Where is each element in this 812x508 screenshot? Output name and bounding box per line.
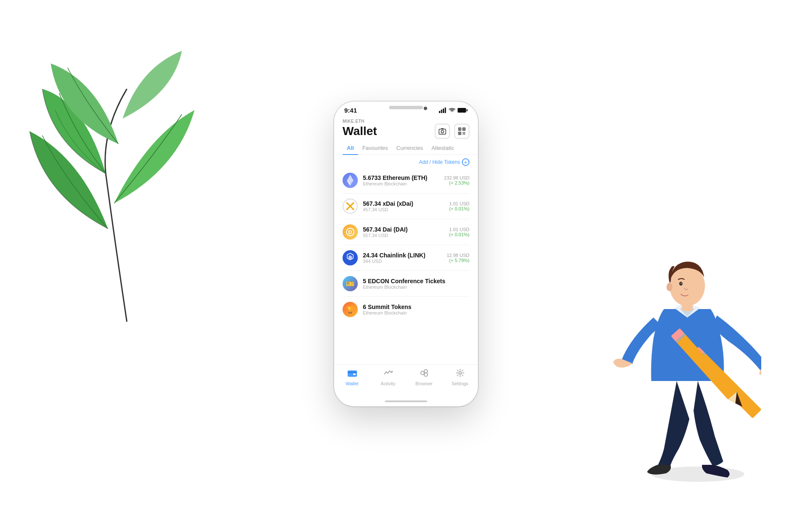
svg-point-32 <box>391 371 393 373</box>
settings-nav-label: Settings <box>452 381 469 386</box>
edcon-logo: 🎫 <box>343 276 358 291</box>
browser-icon <box>420 368 429 378</box>
eth-icon <box>346 174 354 187</box>
link-name: 24.34 Chainlink (LINK) <box>363 252 442 259</box>
scan-button[interactable] <box>435 124 450 139</box>
svg-rect-31 <box>353 373 356 375</box>
dai-icon: D <box>346 227 355 237</box>
dai-value: 1.01 USD (+ 0.01%) <box>449 227 469 237</box>
nav-browser[interactable]: Browser <box>406 368 442 386</box>
eth-value: 232.98 USD (+ 2.53%) <box>444 175 469 185</box>
xdai-info: 567.34 xDai (xDai) 457.34 USD <box>363 200 444 212</box>
tab-attestatic[interactable]: Attestatic <box>427 141 458 155</box>
dai-change: (+ 0.01%) <box>449 232 469 237</box>
add-tokens-button[interactable]: Add / Hide Tokens + <box>419 158 469 166</box>
settings-nav-icon <box>455 368 465 380</box>
link-info: 24.34 Chainlink (LINK) 344 USD <box>363 252 442 264</box>
svg-rect-3 <box>445 108 446 113</box>
camera-dot <box>424 107 427 110</box>
xdai-usd: 1.01 USD <box>449 201 469 206</box>
svg-rect-16 <box>464 132 465 133</box>
add-tokens-row: Add / Hide Tokens + <box>334 155 478 168</box>
token-item-summit[interactable]: 🏆 6 Summit Tokens Ethereum Blockchain <box>343 297 469 322</box>
qr-button[interactable] <box>454 124 469 139</box>
tab-all[interactable]: All <box>343 141 358 155</box>
svg-rect-17 <box>463 134 464 135</box>
token-item-edcon[interactable]: 🎫 5 EDCON Conference Tickets Ethereum Bl… <box>343 271 469 297</box>
dai-usd: 1.01 USD <box>449 227 469 232</box>
nav-activity[interactable]: Activity <box>370 368 406 386</box>
wallet-title: Wallet <box>343 124 377 138</box>
svg-point-38 <box>459 372 461 374</box>
link-usd: 12.98 USD <box>447 253 469 258</box>
dai-info: 567.34 Dai (DAI) 557.34 USD <box>363 226 444 238</box>
svg-rect-15 <box>463 132 464 133</box>
link-logo <box>343 250 358 265</box>
edcon-info: 5 EDCON Conference Tickets Ethereum Bloc… <box>363 278 469 290</box>
eth-name: 5.6733 Ethereum (ETH) <box>363 174 439 181</box>
svg-rect-12 <box>464 129 465 130</box>
wallet-header: MIKE.ETH Wallet <box>334 116 478 141</box>
settings-icon <box>455 368 465 378</box>
xdai-icon <box>346 202 355 211</box>
dai-name: 567.34 Dai (DAI) <box>363 226 444 233</box>
link-change: (+ 5.79%) <box>447 258 469 263</box>
browser-nav-label: Browser <box>415 381 432 386</box>
link-sub: 344 USD <box>363 259 442 264</box>
token-item-xdai[interactable]: 567.34 xDai (xDai) 457.34 USD 1.01 USD (… <box>343 193 469 219</box>
dai-logo: D <box>343 224 358 240</box>
add-tokens-label: Add / Hide Tokens <box>419 159 460 165</box>
tab-currencies[interactable]: Currencies <box>392 141 427 155</box>
status-time: 9:41 <box>344 107 357 114</box>
svg-point-34 <box>424 370 428 373</box>
eth-sub: Ethereum Blockchain <box>363 181 439 186</box>
eth-usd: 232.98 USD <box>444 175 469 180</box>
token-item-link[interactable]: 24.34 Chainlink (LINK) 344 USD 12.98 USD… <box>343 245 469 271</box>
svg-rect-19 <box>464 133 464 134</box>
wallet-nav-label: Wallet <box>346 381 358 386</box>
svg-line-36 <box>424 372 425 372</box>
signal-icon <box>439 108 447 113</box>
nav-settings[interactable]: Settings <box>442 368 478 386</box>
nav-wallet[interactable]: Wallet <box>334 368 370 386</box>
add-plus-icon: + <box>462 158 469 166</box>
svg-rect-10 <box>459 129 461 130</box>
svg-rect-18 <box>464 134 465 135</box>
phone-mockup: 9:41 <box>334 102 478 406</box>
summit-name: 6 Summit Tokens <box>363 304 469 310</box>
svg-rect-8 <box>441 128 444 130</box>
battery-icon <box>458 108 468 113</box>
svg-point-42 <box>667 283 672 291</box>
svg-rect-0 <box>439 111 440 113</box>
wallet-nav-icon <box>347 368 357 380</box>
token-list: 5.6733 Ethereum (ETH) Ethereum Blockchai… <box>334 168 478 364</box>
svg-point-33 <box>421 371 424 375</box>
notch-pill <box>389 106 423 109</box>
svg-point-35 <box>424 373 428 376</box>
xdai-name: 567.34 xDai (xDai) <box>363 200 444 207</box>
xdai-logo <box>343 199 358 214</box>
status-icons <box>439 108 468 113</box>
activity-nav-icon <box>384 368 393 380</box>
token-item-dai[interactable]: D 567.34 Dai (DAI) 557.34 USD 1.01 USD (… <box>343 219 469 245</box>
token-item-eth[interactable]: 5.6733 Ethereum (ETH) Ethereum Blockchai… <box>343 168 469 193</box>
browser-nav-icon <box>420 368 429 380</box>
summit-info: 6 Summit Tokens Ethereum Blockchain <box>363 304 469 315</box>
svg-rect-30 <box>348 372 357 373</box>
xdai-value: 1.01 USD (+ 0.01%) <box>449 201 469 211</box>
svg-point-7 <box>441 130 444 133</box>
svg-text:D: D <box>348 229 352 235</box>
eth-logo <box>343 173 358 188</box>
summit-sub: Ethereum Blockchain <box>363 310 469 315</box>
svg-rect-5 <box>466 109 468 111</box>
wallet-icon <box>347 368 357 378</box>
svg-rect-6 <box>439 129 446 134</box>
ens-label: MIKE.ETH <box>343 119 469 124</box>
svg-rect-14 <box>459 133 461 134</box>
svg-line-37 <box>424 374 425 374</box>
eth-info: 5.6733 Ethereum (ETH) Ethereum Blockchai… <box>363 174 439 186</box>
dai-sub: 557.34 USD <box>363 233 444 238</box>
svg-point-44 <box>681 283 682 284</box>
tab-favourites[interactable]: Favourites <box>358 141 392 155</box>
bottom-nav: Wallet Activity <box>334 364 478 395</box>
